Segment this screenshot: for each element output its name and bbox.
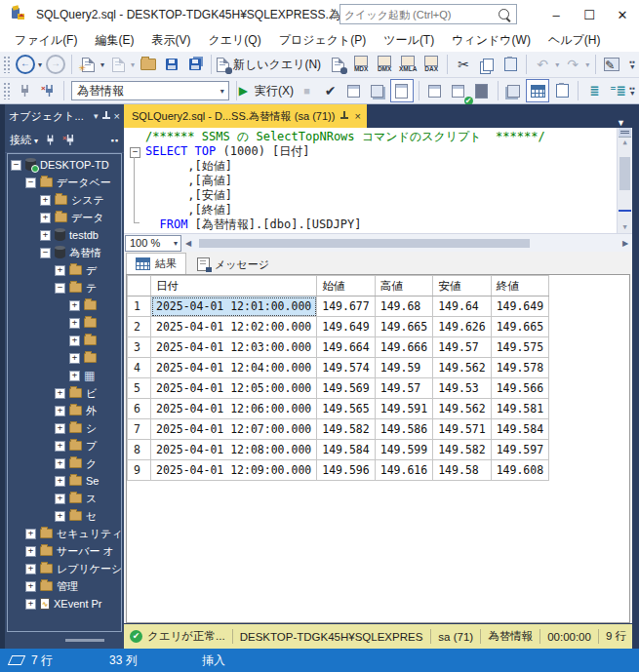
mdx-query-button[interactable]: MDX [350, 54, 372, 75]
tree-item[interactable]: −DESKTOP-TD [8, 156, 121, 174]
tree-item[interactable]: +∿XEvent Pr [8, 595, 121, 613]
menu-item[interactable]: 表示(V) [142, 29, 199, 52]
new-item-button[interactable]: ✳ [77, 54, 99, 75]
tree-item[interactable]: +システ [8, 191, 121, 209]
grid-cell[interactable]: 149.562 [433, 358, 491, 378]
editor-line[interactable]: ,[終値] [145, 203, 617, 217]
scroll-down-icon[interactable]: ▼ [618, 223, 632, 231]
expand-icon[interactable]: + [55, 441, 65, 452]
new-query-button[interactable]: 新しいクエリ(N) [217, 54, 325, 75]
toolbar-overflow-button[interactable]: ▪▪▾ [629, 86, 639, 96]
expand-icon[interactable]: + [40, 230, 51, 241]
tree-item[interactable]: +デ [8, 261, 121, 279]
grid-cell[interactable]: 149.665 [375, 317, 432, 337]
splitter-grip[interactable] [619, 128, 631, 138]
redo-button[interactable]: ↷ [562, 54, 583, 75]
grid-cell[interactable]: 2025-04-01 12:02:00.000 [151, 317, 317, 337]
grid-row-number[interactable]: 4 [128, 358, 151, 378]
results-pane-toggle-button[interactable] [390, 79, 414, 102]
expand-icon[interactable]: + [55, 423, 65, 434]
grid-row-number[interactable]: 1 [128, 296, 151, 317]
cut-button[interactable]: ✂ [453, 54, 474, 75]
grid-cell[interactable]: 2025-04-01 12:03:00.000 [151, 337, 317, 358]
grid-cell[interactable]: 149.569 [317, 378, 375, 399]
grid-cell[interactable]: 2025-04-01 12:04:00.000 [151, 358, 317, 378]
grid-cell[interactable]: 2025-04-01 12:07:00.000 [151, 419, 317, 440]
save-all-button[interactable] [184, 54, 206, 75]
tree-item[interactable]: +testdb [8, 226, 121, 244]
sql-editor[interactable]: − /****** SSMS の SelectTopNRows コマンドのスクリ… [124, 128, 632, 233]
grid-cell[interactable]: 2025-04-01 12:01:00.000 [151, 296, 317, 317]
window-position-icon[interactable]: ▾ [94, 111, 99, 121]
collapse-icon[interactable]: − [25, 178, 36, 188]
tree-item[interactable]: + [8, 332, 121, 349]
editor-line[interactable]: ,[高値] [145, 174, 617, 188]
disconnect-icon[interactable]: × [62, 134, 76, 146]
tree-item[interactable]: +セキュリティ [8, 525, 121, 542]
collapse-icon[interactable]: − [55, 283, 65, 294]
disconnect-button[interactable]: × [37, 80, 59, 101]
results-to-file-button[interactable] [502, 80, 524, 101]
expand-icon[interactable]: + [25, 546, 36, 557]
object-explorer-header[interactable]: オブジェクト... ▾ × [5, 104, 124, 128]
grid-cell[interactable]: 149.59 [375, 358, 432, 378]
tree-item[interactable]: +外 [8, 402, 121, 419]
scroll-left-icon[interactable]: ◀ [181, 239, 195, 248]
undo-button[interactable]: ↶ [532, 54, 553, 75]
expand-icon[interactable]: + [55, 388, 65, 399]
expand-icon[interactable]: + [25, 599, 36, 610]
copy-button[interactable] [476, 54, 498, 75]
database-engine-query-button[interactable] [327, 54, 348, 75]
zoom-combo[interactable]: 100 % ▾ [125, 235, 181, 252]
actual-plan-button[interactable] [424, 80, 446, 101]
toolbar-grip[interactable] [3, 82, 10, 99]
grid-cell[interactable]: 149.677 [317, 296, 375, 317]
grid-cell[interactable]: 149.565 [317, 399, 375, 419]
grid-row-number[interactable]: 6 [128, 399, 151, 419]
grid-cell[interactable]: 149.53 [433, 378, 491, 399]
connect-menu[interactable]: 接続 ▾ [10, 133, 38, 147]
estimated-plan-button[interactable] [343, 80, 365, 101]
grid-cell[interactable]: 149.597 [491, 440, 548, 460]
tree-item[interactable]: +Se [8, 472, 121, 490]
menu-item[interactable]: クエリ(Q) [199, 29, 269, 52]
menu-item[interactable]: 編集(E) [86, 29, 142, 52]
minimize-button[interactable]: – [539, 0, 573, 29]
open-file-button[interactable] [138, 54, 159, 75]
grid-cell[interactable]: 149.575 [491, 337, 548, 358]
grid-cell[interactable]: 149.57 [375, 378, 432, 399]
expand-icon[interactable]: + [25, 564, 36, 574]
tree-item[interactable]: +ス [8, 490, 121, 507]
grid-cell[interactable]: 2025-04-01 12:09:00.000 [151, 460, 317, 481]
grid-column-header[interactable]: 安値 [433, 276, 491, 296]
new-item-dropdown[interactable]: ▾ [100, 60, 104, 69]
add-item-dropdown[interactable]: ▾ [131, 60, 135, 69]
tree-item[interactable]: −データベー [8, 174, 121, 191]
expand-icon[interactable]: + [69, 371, 80, 381]
quick-launch-box[interactable] [339, 4, 517, 24]
menu-item[interactable]: ウィンドウ(W) [443, 29, 539, 52]
grid-cell[interactable]: 149.649 [317, 317, 375, 337]
document-tab-sqlquery2[interactable]: SQLQuery2.sql - D...SS.為替情報 (sa (71)) × [124, 104, 367, 128]
grid-cell[interactable]: 149.591 [375, 399, 432, 419]
tree-item[interactable]: +サーバー オ [8, 542, 121, 560]
grid-cell[interactable]: 149.626 [433, 317, 491, 337]
grid-row-number[interactable]: 9 [128, 460, 151, 481]
expand-icon[interactable]: + [55, 265, 65, 276]
grid-cell[interactable]: 149.574 [317, 358, 375, 378]
collapse-icon[interactable]: − [40, 248, 51, 258]
tree-item[interactable]: + [8, 296, 121, 314]
editor-line[interactable]: FROM [為替情報].[dbo].[USDJPY] [145, 217, 617, 232]
tree-item[interactable]: +ビ [8, 384, 121, 402]
expand-icon[interactable]: + [55, 494, 65, 504]
add-item-button[interactable] [107, 54, 129, 75]
client-stats-button[interactable] [471, 80, 493, 101]
uncomment-button[interactable]: ⁼≣ [607, 80, 628, 101]
database-combo[interactable]: 為替情報 ▾ [71, 81, 229, 100]
grid-cell[interactable]: 149.665 [491, 317, 548, 337]
grid-row-number[interactable]: 7 [128, 419, 151, 440]
expand-icon[interactable]: + [69, 300, 80, 311]
scroll-thumb[interactable] [619, 157, 630, 190]
tree-item[interactable]: +プ [8, 437, 121, 455]
cancel-query-button[interactable]: ■ [297, 80, 318, 101]
